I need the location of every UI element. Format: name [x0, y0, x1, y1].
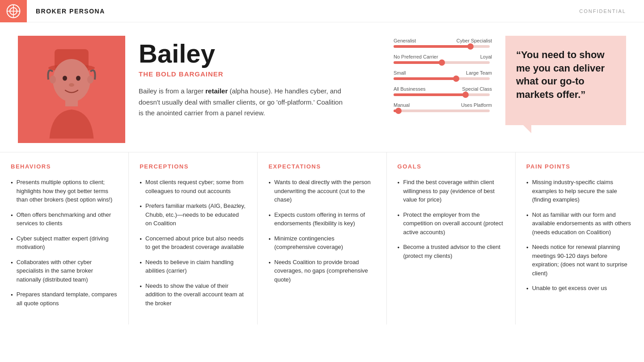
list-item: Become a trusted advisor to the client (…: [398, 243, 504, 260]
slider-right-label: Large Team: [466, 70, 492, 76]
page-title: BROKER PERSONA: [27, 8, 105, 15]
persona-subtitle: THE BOLD BARGAINER: [139, 70, 380, 78]
svg-point-11: [76, 76, 80, 81]
hero-section: Bailey THE BOLD BARGAINER Bailey is from…: [0, 22, 644, 152]
slider-right-label: Cyber Specialist: [457, 38, 492, 43]
svg-point-10: [63, 76, 67, 81]
logo: [0, 0, 27, 22]
slider-row: Manual Uses Platform: [394, 102, 492, 112]
card-list-goals: Find the best coverage within client wil…: [398, 178, 504, 260]
card-pain_points: PAIN POINTSMissing industry-specific cla…: [516, 152, 644, 324]
list-item: Most clients request cyber; some from co…: [140, 178, 246, 195]
slider-labels: Small Large Team: [394, 70, 492, 76]
svg-point-6: [53, 59, 90, 102]
slider-row: Small Large Team: [394, 70, 492, 80]
list-item: Unable to get excess over us: [526, 284, 633, 293]
slider-left-label: Small: [394, 70, 406, 76]
slider-labels: All Businesses Special Class: [394, 86, 492, 92]
card-title-expectations: EXPECTATIONS: [268, 163, 375, 170]
slider-left-label: Manual: [394, 102, 410, 108]
slider-left-label: Generalist: [394, 38, 416, 43]
card-list-pain_points: Missing industry-specific claims example…: [526, 178, 633, 293]
persona-info: Bailey THE BOLD BARGAINER Bailey is from…: [139, 36, 380, 119]
card-list-perceptions: Most clients request cyber; some from co…: [140, 178, 246, 307]
list-item: Presents multiple options to client; hig…: [11, 178, 118, 204]
card-perceptions: PERCEPTIONSMost clients request cyber; s…: [129, 152, 258, 324]
card-goals: GOALSFind the best coverage within clien…: [387, 152, 516, 324]
persona-photo: [18, 36, 125, 143]
confidential-label: CONFIDENTIAL: [579, 8, 644, 14]
cards-section: BEHAVIORSPresents multiple options to cl…: [0, 152, 644, 324]
card-behaviors: BEHAVIORSPresents multiple options to cl…: [0, 152, 129, 324]
list-item: Prefers familiar markets (AIG, Beazley, …: [140, 202, 246, 228]
slider-dot: [467, 43, 474, 50]
list-item: Missing industry-specific claims example…: [526, 178, 633, 204]
slider-track: [394, 45, 490, 48]
card-title-perceptions: PERCEPTIONS: [140, 163, 246, 170]
header: BROKER PERSONA CONFIDENTIAL: [0, 0, 644, 22]
slider-dot: [439, 59, 445, 66]
slider-labels: Manual Uses Platform: [394, 102, 492, 108]
slider-track: [394, 93, 490, 96]
list-item: Expects custom offering in terms of endo…: [268, 210, 375, 228]
slider-row: No Preferred Carrier Loyal: [394, 54, 492, 64]
slider-track: [394, 109, 490, 112]
slider-dot: [395, 108, 402, 114]
card-list-expectations: Wants to deal directly with the person u…: [268, 178, 375, 284]
list-item: Cyber subject matter expert (driving mot…: [11, 234, 118, 252]
list-item: Prepares standard template, compares all…: [11, 290, 118, 307]
list-item: Needs notice for renewal planning meetin…: [526, 243, 633, 278]
card-title-pain_points: PAIN POINTS: [526, 163, 633, 170]
slider-fill: [394, 45, 470, 48]
card-title-behaviors: BEHAVIORS: [11, 163, 118, 170]
card-list-behaviors: Presents multiple options to client; hig…: [11, 178, 118, 307]
slider-right-label: Special Class: [462, 86, 492, 92]
slider-right-label: Loyal: [480, 54, 492, 59]
svg-rect-7: [65, 97, 78, 106]
slider-right-label: Uses Platform: [461, 102, 492, 108]
list-item: Often offers benchmarking and other serv…: [11, 210, 118, 228]
persona-description: Bailey is from a larger retailer (alpha …: [139, 86, 344, 119]
svg-point-9: [87, 76, 93, 84]
list-item: Find the best coverage within client wil…: [398, 178, 504, 204]
slider-row: All Businesses Special Class: [394, 86, 492, 96]
list-item: Needs Coalition to provide broad coverag…: [268, 258, 375, 284]
svg-point-8: [50, 76, 56, 84]
list-item: Needs to show the value of their additio…: [140, 282, 246, 308]
list-item: Wants to deal directly with the person u…: [268, 178, 375, 204]
slider-track: [394, 77, 490, 80]
persona-quote: “You need to show me you can deliver wha…: [505, 36, 626, 125]
sliders-section: Generalist Cyber Specialist No Preferred…: [394, 36, 492, 118]
svg-point-12: [69, 83, 74, 87]
slider-left-label: All Businesses: [394, 86, 426, 92]
persona-name: Bailey: [139, 40, 380, 67]
slider-labels: No Preferred Carrier Loyal: [394, 54, 492, 59]
slider-row: Generalist Cyber Specialist: [394, 38, 492, 48]
list-item: Concerned about price but also needs to …: [140, 234, 246, 252]
slider-dot: [453, 76, 459, 82]
slider-fill: [394, 77, 456, 80]
slider-labels: Generalist Cyber Specialist: [394, 38, 492, 43]
slider-fill: [394, 61, 442, 64]
slider-left-label: No Preferred Carrier: [394, 54, 438, 59]
slider-track: [394, 61, 490, 64]
list-item: Collaborates with other cyber specialist…: [11, 258, 118, 284]
list-item: Protect the employer from the competitio…: [398, 210, 504, 237]
list-item: Not as familiar with our form and availa…: [526, 210, 633, 237]
slider-fill: [394, 93, 466, 96]
list-item: Needs to believe in claim handling abili…: [140, 258, 246, 275]
list-item: Minimize contingencies (comprehensive co…: [268, 234, 375, 252]
slider-dot: [462, 92, 469, 98]
card-title-goals: GOALS: [398, 163, 504, 170]
card-expectations: EXPECTATIONSWants to deal directly with …: [258, 152, 386, 324]
